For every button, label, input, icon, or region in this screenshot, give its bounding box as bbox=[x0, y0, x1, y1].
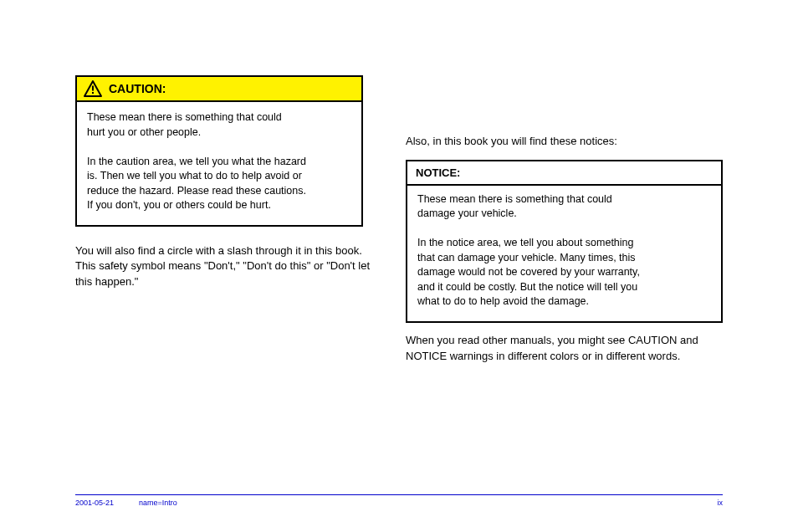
left-paragraph: You will also find a circle with a slash… bbox=[75, 243, 372, 291]
closing-paragraph: When you read other manuals, you might s… bbox=[406, 333, 723, 365]
caution-header: CAUTION: bbox=[77, 77, 361, 102]
footer-date: 2001-05-21 bbox=[75, 499, 114, 507]
page-footer: 2001-05-21 name=Intro ix bbox=[75, 494, 723, 507]
caution-body-text: These mean there is something that could… bbox=[77, 102, 361, 225]
caution-label: CAUTION: bbox=[109, 82, 166, 95]
left-column: CAUTION: These mean there is something t… bbox=[75, 25, 372, 300]
right-intro-text: Also, in this book you will find these n… bbox=[406, 134, 723, 150]
notice-box: NOTICE: These mean there is something th… bbox=[406, 160, 723, 323]
right-column: Also, in this book you will find these n… bbox=[406, 25, 723, 375]
notice-header: NOTICE: bbox=[407, 161, 721, 186]
footer-code: name=Intro bbox=[139, 499, 177, 507]
caution-box: CAUTION: These mean there is something t… bbox=[75, 75, 363, 227]
footer-page: ix bbox=[718, 499, 724, 507]
alert-triangle-icon bbox=[84, 80, 102, 97]
footer-rule bbox=[75, 494, 723, 495]
svg-rect-1 bbox=[92, 86, 94, 91]
notice-body-text: These mean there is something that could… bbox=[407, 186, 721, 321]
svg-rect-2 bbox=[92, 92, 94, 94]
